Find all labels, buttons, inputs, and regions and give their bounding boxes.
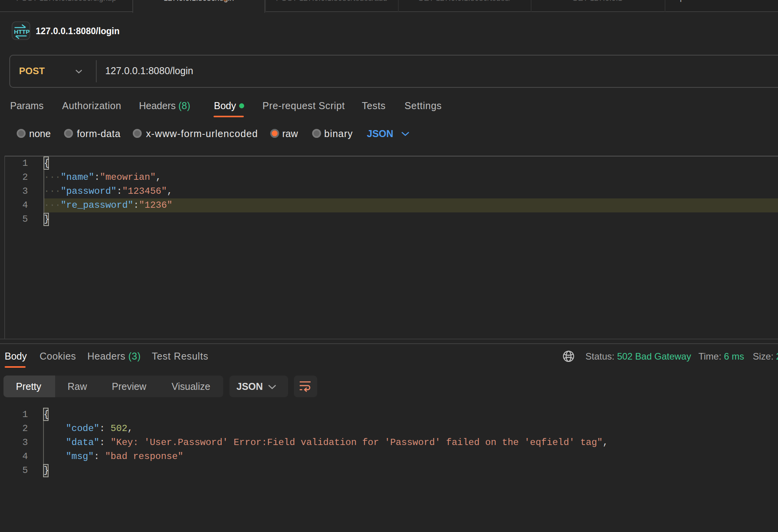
svg-text:HTTP: HTTP — [14, 28, 30, 35]
